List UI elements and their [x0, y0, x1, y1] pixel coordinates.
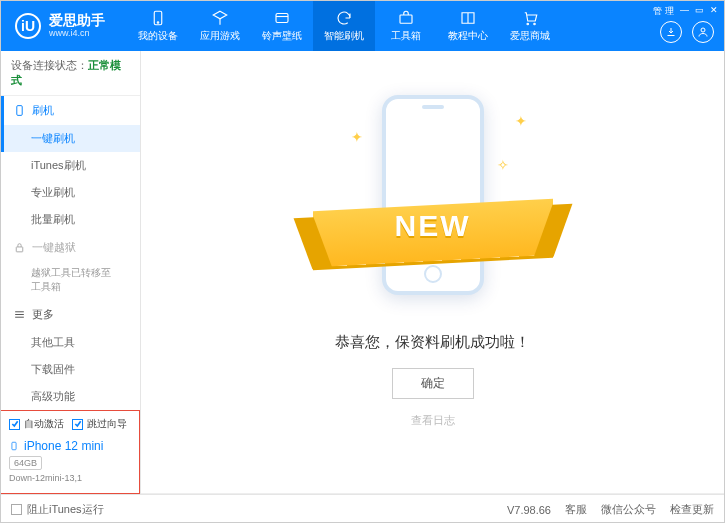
wechat-link[interactable]: 微信公众号: [601, 502, 656, 517]
toolbox-icon: [397, 9, 415, 27]
top-nav: 我的设备应用游戏铃声壁纸智能刷机工具箱教程中心爱思商城: [127, 1, 561, 51]
success-message: 恭喜您，保资料刷机成功啦！: [335, 333, 530, 352]
options-highlight: 自动激活 跳过向导 iPhone 12 mini 64GB Down-12min…: [1, 410, 140, 494]
footer: 阻止iTunes运行 V7.98.66 客服 微信公众号 检查更新: [1, 494, 724, 523]
sidebar: 设备连接状态：正常模式 刷机 一键刷机iTunes刷机专业刷机批量刷机 一键越狱…: [1, 51, 141, 494]
svg-point-6: [701, 28, 705, 32]
device-name[interactable]: iPhone 12 mini: [9, 439, 131, 453]
device-capacity: 64GB: [9, 456, 42, 470]
success-illustration: NEW ✦✦✧: [333, 87, 533, 307]
user-icon[interactable]: [692, 21, 714, 43]
device-subtitle: Down-12mini-13,1: [9, 473, 131, 483]
svg-point-5: [534, 23, 536, 25]
titlebar: iU 爱思助手 www.i4.cn 我的设备应用游戏铃声壁纸智能刷机工具箱教程中…: [1, 1, 724, 51]
sidebar-item[interactable]: 高级功能: [1, 383, 140, 410]
sidebar-item[interactable]: 其他工具: [1, 329, 140, 356]
main-panel: NEW ✦✦✧ 恭喜您，保资料刷机成功啦！ 确定 查看日志: [141, 51, 724, 494]
menu-icon: [13, 308, 26, 321]
nav-book[interactable]: 教程中心: [437, 1, 499, 51]
sidebar-item[interactable]: 下载固件: [1, 356, 140, 383]
refresh-icon: [335, 9, 353, 27]
jailbreak-note: 越狱工具已转移至工具箱: [31, 266, 118, 294]
svg-point-4: [527, 23, 529, 25]
sidebar-item[interactable]: iTunes刷机: [1, 152, 140, 179]
svg-rect-7: [17, 106, 22, 116]
cart-icon: [521, 9, 539, 27]
win-max[interactable]: ▭: [695, 5, 704, 18]
nav-wallet[interactable]: 铃声壁纸: [251, 1, 313, 51]
wallet-icon: [273, 9, 291, 27]
svg-rect-8: [16, 247, 23, 252]
connection-status: 设备连接状态：正常模式: [1, 51, 140, 96]
brand-name: 爱思助手: [49, 13, 105, 28]
sidebar-item[interactable]: 专业刷机: [1, 179, 140, 206]
logo-icon: iU: [15, 13, 41, 39]
service-link[interactable]: 客服: [565, 502, 587, 517]
nav-cart[interactable]: 爱思商城: [499, 1, 561, 51]
nav-refresh[interactable]: 智能刷机: [313, 1, 375, 51]
apps-icon: [211, 9, 229, 27]
nav-phone[interactable]: 我的设备: [127, 1, 189, 51]
download-icon[interactable]: [660, 21, 682, 43]
checkbox-auto-activate[interactable]: 自动激活: [9, 417, 64, 431]
version-label: V7.98.66: [507, 504, 551, 516]
nav-toolbox[interactable]: 工具箱: [375, 1, 437, 51]
win-manage[interactable]: 管 理: [653, 5, 674, 18]
banner-text: NEW: [333, 209, 533, 243]
lock-icon: [13, 241, 26, 254]
check-update-link[interactable]: 检查更新: [670, 502, 714, 517]
section-flash[interactable]: 刷机: [1, 96, 140, 125]
nav-apps[interactable]: 应用游戏: [189, 1, 251, 51]
svg-point-1: [157, 22, 159, 24]
sidebar-item[interactable]: 一键刷机: [1, 125, 140, 152]
svg-rect-9: [12, 442, 16, 450]
phone-icon: [149, 9, 167, 27]
book-icon: [459, 9, 477, 27]
sidebar-item[interactable]: 批量刷机: [1, 206, 140, 233]
brand-url: www.i4.cn: [49, 29, 105, 39]
section-more[interactable]: 更多: [1, 300, 140, 329]
window-controls: 管 理 — ▭ ✕: [653, 5, 718, 18]
ok-button[interactable]: 确定: [392, 368, 474, 399]
checkbox-skip-guide[interactable]: 跳过向导: [72, 417, 127, 431]
svg-rect-3: [400, 15, 412, 23]
brand: iU 爱思助手 www.i4.cn: [1, 13, 119, 39]
section-jailbreak: 一键越狱: [1, 233, 140, 262]
win-close[interactable]: ✕: [710, 5, 718, 18]
checkbox-block-itunes[interactable]: 阻止iTunes运行: [11, 502, 104, 517]
flash-icon: [13, 104, 26, 117]
svg-rect-2: [276, 14, 288, 23]
win-min[interactable]: —: [680, 5, 689, 18]
view-log-link[interactable]: 查看日志: [411, 413, 455, 428]
